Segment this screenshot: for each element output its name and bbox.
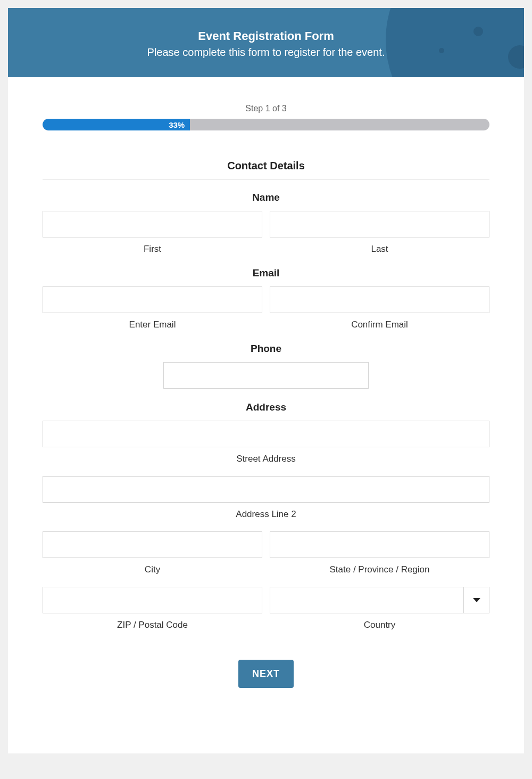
address-line2-input[interactable] [43,476,489,503]
progress-fill: 33% [43,119,190,130]
name-field-block: Name First Last [43,192,489,255]
country-sublabel: Country [270,620,489,630]
email-label: Email [43,267,489,279]
form-title: Event Registration Form [19,29,513,43]
form-header: Event Registration Form Please complete … [8,8,524,77]
name-label: Name [43,192,489,203]
phone-input[interactable] [163,362,369,389]
confirm-email-sublabel: Confirm Email [270,319,489,330]
enter-email-sublabel: Enter Email [43,319,262,330]
address-field-block: Address Street Address Address Line 2 Ci… [43,401,489,630]
country-select[interactable] [270,587,489,613]
street-address-input[interactable] [43,421,489,447]
enter-email-input[interactable] [43,286,262,313]
form-subtitle: Please complete this form to register fo… [19,46,513,59]
state-sublabel: State / Province / Region [270,564,489,575]
progress-percent-text: 33% [169,120,185,129]
step-indicator: Step 1 of 3 [43,104,489,113]
street-address-sublabel: Street Address [43,454,489,464]
last-name-input[interactable] [270,211,489,237]
city-input[interactable] [43,531,262,558]
city-sublabel: City [43,564,262,575]
first-name-sublabel: First [43,244,262,255]
registration-form-card: Event Registration Form Please complete … [8,8,524,753]
chevron-down-icon [473,598,480,602]
address-line2-sublabel: Address Line 2 [43,509,489,520]
phone-label: Phone [43,343,489,355]
state-input[interactable] [270,531,489,558]
progress-bar: 33% [43,119,489,130]
zip-sublabel: ZIP / Postal Code [43,620,262,630]
form-body: Step 1 of 3 33% Contact Details Name Fir… [8,77,524,720]
next-button[interactable]: NEXT [238,660,294,688]
section-title: Contact Details [43,160,489,180]
confirm-email-input[interactable] [270,286,489,313]
email-field-block: Email Enter Email Confirm Email [43,267,489,330]
country-select-value [270,587,463,613]
country-select-arrow-box [463,587,489,613]
last-name-sublabel: Last [270,244,489,255]
phone-field-block: Phone [43,343,489,389]
address-label: Address [43,401,489,413]
first-name-input[interactable] [43,211,262,237]
zip-input[interactable] [43,587,262,613]
